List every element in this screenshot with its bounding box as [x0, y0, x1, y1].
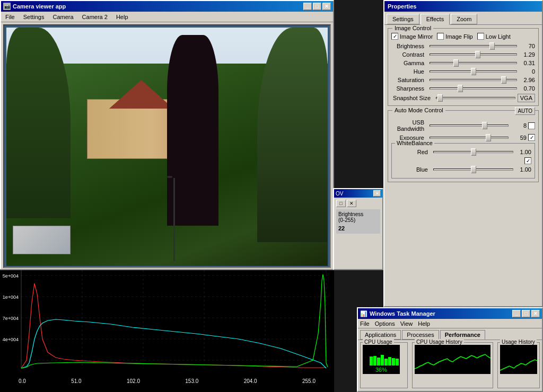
tab-processes[interactable]: Processes	[402, 330, 439, 340]
camera-feed	[6, 28, 328, 266]
menu-settings[interactable]: Settings	[21, 13, 47, 21]
usb-bandwidth-value: 8	[511, 122, 527, 129]
saturation-track[interactable]	[430, 79, 517, 81]
cpu-bar-6	[388, 357, 391, 366]
menu-camera[interactable]: Camera	[50, 13, 75, 21]
maximize-button[interactable]: □	[313, 3, 321, 10]
cpu-percentage: 36%	[364, 367, 399, 373]
menu-file[interactable]: File	[3, 13, 17, 21]
low-light-checkbox[interactable]	[477, 33, 484, 40]
svg-rect-16	[500, 345, 537, 374]
usb-bandwidth-checkbox[interactable]	[528, 122, 535, 129]
tm-menu-view[interactable]: View	[400, 320, 413, 327]
histogram-x-labels: 0.0 51.0 102.0 153.0 204.0 255.0	[0, 377, 334, 385]
red-thumb[interactable]	[471, 148, 476, 156]
tm-close-btn[interactable]: ✕	[531, 310, 540, 317]
overlay-content: Brightness(0-255) 22	[336, 209, 380, 234]
low-light-label: Low Light	[486, 33, 511, 40]
camera-feed-container	[3, 24, 331, 268]
cpu-bar-5	[384, 359, 388, 366]
contrast-row: Contrast 1.29	[391, 51, 535, 58]
tab-zoom[interactable]: Zoom	[451, 14, 477, 24]
task-manager-window: 📊 Windows Task Manager _ □ ✕ File Option…	[357, 307, 543, 392]
usage-history-svg	[500, 345, 537, 374]
tm-maximize-btn[interactable]: □	[522, 310, 530, 317]
usage-history-box: Usage History	[497, 342, 540, 388]
tm-menu-file[interactable]: File	[360, 320, 370, 327]
overlay-btn-2[interactable]: ✕	[347, 200, 356, 207]
snapshot-value: VGA	[518, 94, 535, 102]
sharpness-thumb[interactable]	[458, 85, 463, 92]
usb-bandwidth-thumb[interactable]	[482, 122, 487, 129]
blue-track[interactable]	[433, 168, 513, 171]
svg-text:7e+004: 7e+004	[3, 316, 19, 321]
tm-menu-options[interactable]: Options	[375, 320, 395, 327]
histogram-window: 5e+004 1e+004 7e+004 4e+004 0.0 51.0 102…	[0, 269, 334, 392]
contrast-thumb[interactable]	[475, 51, 480, 58]
tab-settings[interactable]: Settings	[387, 14, 419, 24]
tm-menu-help[interactable]: Help	[418, 320, 430, 327]
menu-camera2[interactable]: Camera 2	[80, 13, 110, 21]
brightness-thumb[interactable]	[489, 42, 495, 50]
overlay-close-btn[interactable]: ✕	[373, 190, 381, 197]
minimize-button[interactable]: _	[303, 3, 312, 10]
cpu-bar-2	[373, 356, 376, 366]
camera-app-icon: 📷	[3, 3, 11, 10]
white-balance-group: WhiteBalance Red 1.00 ✓ Blue 1.00	[391, 143, 535, 179]
title-controls: _ □ ✕	[303, 3, 331, 10]
hue-value: 0	[519, 68, 535, 75]
tm-icon: 📊	[360, 310, 367, 317]
left-trees	[6, 28, 71, 218]
blue-value: 1.00	[515, 166, 531, 173]
contrast-track[interactable]	[430, 54, 517, 56]
menu-help[interactable]: Help	[114, 13, 130, 21]
exposure-track[interactable]	[430, 137, 509, 139]
hue-track[interactable]	[430, 70, 517, 73]
cpu-bar-4	[381, 355, 384, 366]
exposure-checkbox[interactable]: ✓	[528, 134, 535, 141]
image-flip-checkbox[interactable]	[437, 33, 444, 40]
snapshot-thumb[interactable]	[437, 94, 443, 102]
low-light-checkbox-item[interactable]: Low Light	[477, 33, 511, 40]
usb-bandwidth-track[interactable]	[430, 124, 509, 127]
image-mirror-checkbox[interactable]: ✓	[391, 33, 398, 40]
overlay-brightness-value: 22	[338, 225, 378, 231]
hist-x-102: 102.0	[127, 378, 140, 384]
slide-ramp	[13, 226, 71, 254]
overlay-btn-1[interactable]: □	[336, 200, 346, 207]
exposure-thumb[interactable]	[486, 134, 491, 141]
blue-thumb[interactable]	[471, 166, 476, 173]
image-mirror-label: Image Mirror	[400, 33, 433, 40]
camera-window-title: Camera viewer app	[13, 3, 66, 10]
cpu-bar-8	[396, 359, 399, 366]
red-track[interactable]	[433, 151, 513, 153]
brightness-label: Brightness	[391, 43, 427, 49]
tm-title-controls: _ □ ✕	[512, 310, 540, 317]
tab-applications[interactable]: Applications	[360, 330, 401, 340]
brightness-track[interactable]	[430, 45, 517, 47]
wb-checkbox[interactable]: ✓	[524, 157, 531, 164]
cpu-history-box: CPU Usage History	[412, 342, 493, 388]
overlay-title-text: OV	[336, 191, 343, 197]
tm-minimize-btn[interactable]: _	[512, 310, 521, 317]
auto-button[interactable]: AUTO	[515, 107, 535, 115]
gamma-track[interactable]	[430, 62, 517, 64]
hue-label: Hue	[391, 68, 427, 75]
sharpness-track[interactable]	[430, 87, 517, 90]
properties-tabs: Settings Effects Zoom	[384, 12, 542, 25]
saturation-thumb[interactable]	[501, 76, 506, 84]
snapshot-label: Snapshot Size	[391, 95, 434, 101]
gamma-thumb[interactable]	[453, 59, 459, 67]
snapshot-track[interactable]	[436, 97, 515, 99]
tab-effects[interactable]: Effects	[421, 14, 450, 25]
brightness-row: Brightness 70	[391, 43, 535, 49]
close-button[interactable]: ✕	[322, 3, 331, 10]
overlay-brightness-label: Brightness(0-255)	[338, 211, 378, 223]
hue-thumb[interactable]	[471, 68, 476, 75]
image-mirror-checkbox-item[interactable]: ✓ Image Mirror	[391, 33, 433, 40]
snapshot-row: Snapshot Size VGA	[391, 94, 535, 102]
tab-performance[interactable]: Performance	[440, 330, 485, 340]
cpu-usage-label: CPU Usage	[363, 339, 394, 345]
task-manager-menu: File Options View Help	[358, 319, 542, 328]
image-flip-checkbox-item[interactable]: Image Flip	[437, 33, 472, 40]
